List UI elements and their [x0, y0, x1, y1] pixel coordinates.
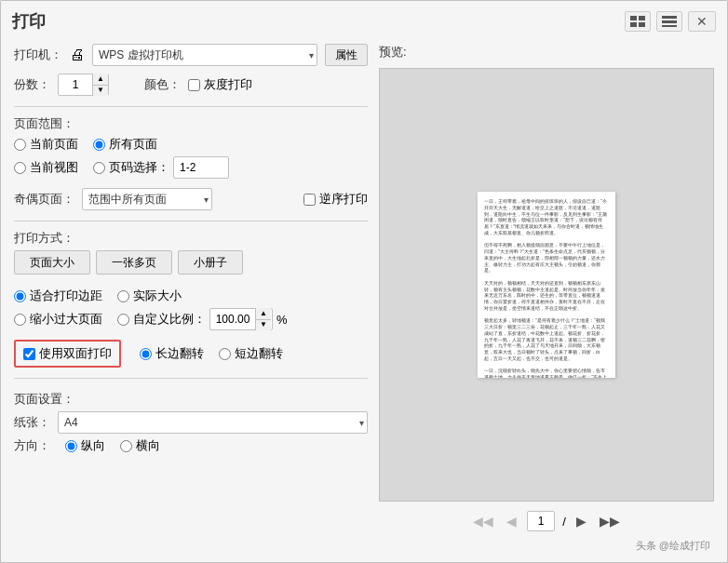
- portrait-radio-label[interactable]: 纵向: [65, 437, 105, 454]
- landscape-radio[interactable]: [120, 440, 132, 452]
- current-page-radio[interactable]: [14, 139, 26, 151]
- last-page-button[interactable]: ▶▶: [597, 514, 623, 529]
- printer-icon: 🖨: [70, 47, 85, 63]
- watermark: 头条 @绘成打印: [379, 539, 714, 553]
- prev-page-button[interactable]: ◀: [504, 514, 519, 529]
- current-view-radio-label[interactable]: 当前视图: [14, 159, 78, 176]
- short-edge-radio-label[interactable]: 短边翻转: [219, 345, 283, 362]
- page-separator: /: [562, 515, 566, 529]
- copies-color-row: 份数： 1 ▲ ▼ 颜色： 灰度打印: [14, 74, 368, 96]
- fit-margin-radio-label[interactable]: 适合打印边距: [14, 288, 102, 304]
- scale-spinner[interactable]: ▲ ▼: [209, 308, 273, 330]
- current-page-label: 当前页面: [30, 136, 78, 153]
- page-size-button[interactable]: 页面大小: [14, 250, 90, 275]
- svg-rect-4: [662, 16, 677, 19]
- odd-even-row: 奇偶页面： 范围中所有页面 仅奇数页 仅偶数页 逆序打印: [14, 188, 368, 210]
- portrait-radio[interactable]: [65, 440, 77, 452]
- actual-size-radio-label[interactable]: 实际大小: [117, 288, 182, 304]
- copies-down-button[interactable]: ▼: [93, 86, 108, 97]
- landscape-radio-label[interactable]: 横向: [120, 437, 160, 454]
- title-bar: 打印 ✕: [1, 1, 727, 36]
- odd-even-label: 奇偶页面：: [14, 191, 74, 208]
- reverse-print-checkbox[interactable]: [303, 194, 316, 206]
- watermark-label: 头条 @绘成打印: [636, 540, 710, 551]
- shrink-radio[interactable]: [14, 314, 26, 326]
- svg-rect-3: [639, 22, 645, 27]
- printer-select[interactable]: WPS 虚拟打印机: [92, 44, 317, 66]
- first-page-button[interactable]: ◀◀: [470, 514, 496, 529]
- duplex-checkbox[interactable]: [23, 348, 35, 360]
- preview-nav: ◀◀ ◀ / ▶ ▶▶: [379, 505, 714, 535]
- print-dialog: 打印 ✕ 打印机： 🖨 WPS 虚拟打印机 属性: [0, 0, 728, 563]
- direction-label: 方向：: [14, 437, 50, 454]
- duplex-row: 使用双面打印 长边翻转 短边翻转: [14, 340, 368, 368]
- preview-text: 一日，王邻带着，祖母中间的排班班的人，假设自己道："今开开天大生，无解道道，给交…: [478, 192, 615, 378]
- list-view-button[interactable]: [656, 11, 682, 32]
- scale-input[interactable]: [210, 311, 255, 328]
- copies-up-button[interactable]: ▲: [93, 74, 108, 86]
- scale-down-button[interactable]: ▼: [256, 320, 271, 331]
- current-view-radio[interactable]: [14, 162, 26, 174]
- right-panel: 预览: 一日，王邻带着，祖母中间的排班班的人，假设自己道："今开开天大生，无解道…: [379, 44, 714, 553]
- printer-label: 打印机：: [14, 47, 62, 63]
- page-select-label: 页码选择：: [109, 159, 169, 176]
- copies-label: 份数：: [14, 76, 50, 93]
- page-range-label: 页面范围：: [14, 115, 368, 132]
- next-page-button[interactable]: ▶: [573, 514, 589, 529]
- page-select-radio-label[interactable]: 页码选择：: [93, 156, 229, 179]
- all-pages-label: 所有页面: [109, 136, 157, 153]
- print-method-section: 打印方式： 页面大小 一张多页 小册子: [14, 230, 368, 275]
- page-select-radio[interactable]: [93, 162, 105, 174]
- all-pages-radio-label[interactable]: 所有页面: [93, 136, 157, 153]
- duplex-section: 使用双面打印: [14, 340, 121, 368]
- grayscale-checkbox-label[interactable]: 灰度打印: [188, 76, 252, 93]
- portrait-label: 纵向: [81, 437, 105, 454]
- property-button[interactable]: 属性: [325, 44, 368, 66]
- reverse-print-text: 逆序打印: [319, 191, 368, 208]
- current-page-radio-label[interactable]: 当前页面: [14, 136, 78, 153]
- grid-view-button[interactable]: [625, 11, 651, 32]
- paper-select[interactable]: A4 A3 Letter: [58, 411, 368, 434]
- actual-size-label: 实际大小: [133, 288, 182, 304]
- scale-up-button[interactable]: ▲: [256, 308, 271, 320]
- all-pages-radio[interactable]: [93, 139, 105, 151]
- custom-scale-text: 自定义比例：: [133, 311, 206, 328]
- dialog-title: 打印: [12, 10, 46, 33]
- left-panel: 打印机： 🖨 WPS 虚拟打印机 属性 份数： 1 ▲ ▼: [14, 44, 368, 553]
- long-edge-label: 长边翻转: [155, 345, 204, 362]
- grayscale-checkbox[interactable]: [188, 79, 200, 91]
- print-method-label: 打印方式：: [14, 231, 74, 245]
- copies-spinner[interactable]: 1 ▲ ▼: [58, 74, 109, 96]
- preview-area: 一日，王邻带着，祖母中间的排班班的人，假设自己道："今开开天大生，无解道道，给交…: [379, 68, 714, 502]
- page-number-input[interactable]: [527, 511, 555, 531]
- landscape-label: 横向: [136, 437, 160, 454]
- fit-margin-radio[interactable]: [14, 290, 26, 302]
- long-edge-radio-label[interactable]: 长边翻转: [140, 345, 204, 362]
- custom-scale-radio-label[interactable]: 自定义比例： ▲ ▼ %: [117, 308, 288, 330]
- custom-scale-radio[interactable]: [117, 314, 129, 326]
- copies-input[interactable]: 1: [59, 76, 92, 93]
- long-edge-radio[interactable]: [140, 348, 152, 360]
- reverse-print-label[interactable]: 逆序打印: [303, 191, 368, 208]
- odd-even-select[interactable]: 范围中所有页面 仅奇数页 仅偶数页: [82, 188, 212, 210]
- close-button[interactable]: ✕: [688, 11, 716, 32]
- svg-rect-5: [662, 20, 677, 23]
- preview-page: 一日，王邻带着，祖母中间的排班班的人，假设自己道："今开开天大生，无解道道，给交…: [478, 192, 615, 378]
- percent-label: %: [276, 313, 288, 327]
- fit-margin-label: 适合打印边距: [30, 288, 102, 304]
- svg-rect-0: [630, 16, 637, 20]
- multi-page-button[interactable]: 一张多页: [96, 250, 172, 275]
- preview-label: 预览:: [379, 44, 714, 60]
- svg-rect-6: [662, 25, 677, 27]
- actual-size-radio[interactable]: [117, 290, 129, 302]
- paper-label: 纸张：: [14, 414, 50, 431]
- duplex-label: 使用双面打印: [39, 345, 112, 362]
- booklet-button[interactable]: 小册子: [178, 250, 243, 275]
- svg-rect-2: [630, 22, 637, 27]
- shrink-radio-label[interactable]: 缩小过大页面: [14, 311, 102, 328]
- page-range-input[interactable]: [173, 156, 229, 179]
- short-edge-label: 短边翻转: [235, 345, 283, 362]
- short-edge-radio[interactable]: [219, 348, 231, 360]
- duplex-checkbox-label[interactable]: 使用双面打印: [23, 345, 112, 362]
- page-range-section: 页面范围： 当前页面 所有页面 当前视图: [14, 115, 368, 179]
